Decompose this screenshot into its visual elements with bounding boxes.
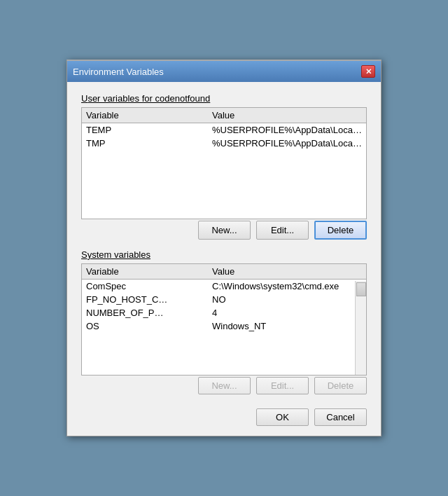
system-section-label: System variables [81, 249, 367, 260]
user-table-body: TEMP %USERPROFILE%\AppData\Local\Temp TM… [82, 123, 366, 219]
table-row[interactable]: TMP %USERPROFILE%\AppData\Local\Temp [82, 137, 366, 150]
user-edit-button[interactable]: Edit... [256, 221, 309, 240]
system-delete-button[interactable]: Delete [314, 377, 367, 394]
system-new-button[interactable]: New... [198, 377, 251, 394]
system-edit-button[interactable]: Edit... [256, 377, 309, 394]
user-section-label: User variables for codenotfound [81, 93, 367, 104]
table-row[interactable]: OS Windows_NT [82, 319, 355, 333]
environment-variables-dialog: Environment Variables ✕ User variables f… [66, 60, 382, 436]
system-label-underline: S [81, 249, 88, 260]
close-button[interactable]: ✕ [361, 65, 375, 78]
system-variables-section: System variables Variable Value ComSpec … [81, 249, 367, 394]
user-row2-var: TMP [86, 138, 212, 149]
table-row[interactable]: ComSpec C:\Windows\system32\cmd.exe [82, 280, 355, 293]
dialog-title: Environment Variables [73, 67, 164, 77]
system-table-header: Variable Value [82, 264, 366, 280]
user-row1-var: TEMP [86, 125, 212, 135]
table-row[interactable]: FP_NO_HOST_C… NO [82, 293, 355, 306]
user-label-underline: U [81, 93, 88, 104]
system-label-text: ystem variables [88, 249, 150, 260]
sys-row4-val: Windows_NT [212, 321, 351, 331]
sys-row3-val: 4 [212, 308, 351, 318]
sys-row3-var: NUMBER_OF_P… [86, 308, 212, 318]
system-button-row: New... Edit... Delete [81, 377, 367, 394]
dialog-footer: OK Cancel [67, 403, 381, 436]
system-table-body[interactable]: ComSpec C:\Windows\system32\cmd.exe FP_N… [82, 280, 366, 375]
user-variables-section: User variables for codenotfound Variable… [81, 93, 367, 240]
system-variables-table: Variable Value ComSpec C:\Windows\system… [81, 263, 367, 376]
user-col2-header: Value [212, 110, 362, 120]
user-row2-val: %USERPROFILE%\AppData\Local\Temp [212, 138, 362, 149]
scroll-thumb[interactable] [356, 282, 366, 296]
user-delete-button[interactable]: Delete [314, 221, 367, 240]
user-row1-val: %USERPROFILE%\AppData\Local\Temp [212, 125, 362, 135]
sys-row2-val: NO [212, 294, 351, 305]
user-col1-header: Variable [86, 110, 212, 120]
user-table-header: Variable Value [82, 108, 366, 123]
user-new-button[interactable]: New... [198, 221, 251, 240]
user-button-row: New... Edit... Delete [81, 221, 367, 240]
user-label-text: ser variables for codenotfound [88, 93, 210, 104]
title-bar: Environment Variables ✕ [67, 61, 381, 82]
scrollbar[interactable] [355, 281, 366, 375]
sys-row2-var: FP_NO_HOST_C… [86, 294, 212, 305]
user-variables-table: Variable Value TEMP %USERPROFILE%\AppDat… [81, 107, 367, 219]
sys-row4-var: OS [86, 321, 212, 331]
sys-row1-val: C:\Windows\system32\cmd.exe [212, 281, 351, 291]
cancel-button[interactable]: Cancel [314, 408, 367, 426]
table-row[interactable]: NUMBER_OF_P… 4 [82, 306, 355, 319]
system-col1-header: Variable [86, 266, 212, 277]
sys-row1-var: ComSpec [86, 281, 212, 291]
system-col2-header: Value [212, 266, 362, 277]
dialog-body: User variables for codenotfound Variable… [67, 82, 381, 403]
ok-button[interactable]: OK [256, 408, 309, 426]
table-row[interactable]: TEMP %USERPROFILE%\AppData\Local\Temp [82, 123, 366, 137]
